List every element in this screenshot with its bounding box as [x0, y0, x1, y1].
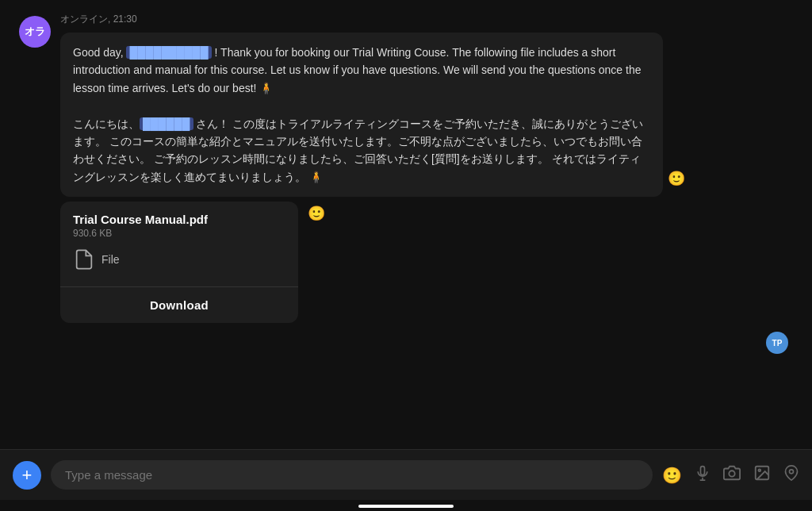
home-indicator [358, 505, 454, 508]
greeting-text: Good day, [73, 46, 124, 59]
microphone-icon[interactable] [695, 465, 710, 485]
input-icons: 🙂 [662, 464, 799, 486]
svg-point-5 [758, 469, 760, 471]
file-size: 930.6 KB [73, 228, 285, 239]
message-bubble-main: Good day, ██████████ ! Thank you for boo… [60, 33, 663, 197]
highlighted-name-ja: ██████ [140, 117, 193, 130]
highlighted-name-en: ██████████ [126, 46, 211, 59]
image-icon[interactable] [753, 464, 771, 486]
messages-area: オラ オンライン, 21:30 Good day, ██████████ ! T… [0, 0, 812, 449]
download-button[interactable]: Download [60, 287, 298, 323]
file-name: Trial Course Manual.pdf [73, 213, 285, 226]
file-document-icon [73, 248, 95, 271]
message-input[interactable] [51, 460, 653, 490]
input-bar: + 🙂 [0, 449, 812, 500]
svg-rect-0 [701, 467, 705, 475]
add-button[interactable]: + [13, 461, 41, 490]
remote-user-avatar: TP [766, 332, 788, 354]
file-info: Trial Course Manual.pdf 930.6 KB File [60, 202, 298, 286]
message-row-main: オラ オンライン, 21:30 Good day, ██████████ ! T… [19, 13, 793, 323]
file-icon-row: File [73, 248, 285, 279]
chat-container: オラ オンライン, 21:30 Good day, ██████████ ! T… [0, 0, 812, 511]
message-content-col: オンライン, 21:30 Good day, ██████████ ! Than… [60, 13, 663, 323]
location-icon[interactable] [783, 465, 799, 485]
camera-icon[interactable] [723, 464, 741, 486]
sender-avatar: オラ [19, 16, 51, 48]
message-meta: オンライン, 21:30 [60, 13, 663, 26]
file-label-text: File [102, 253, 120, 266]
greeting-ja: こんにちは、 [73, 117, 140, 130]
file-attachment: Trial Course Manual.pdf 930.6 KB File [60, 202, 298, 323]
svg-point-3 [729, 471, 734, 476]
svg-point-6 [790, 470, 794, 474]
reaction-emoji-2: 🙂 [308, 205, 325, 222]
reaction-emoji-1: 🙂 [668, 167, 685, 190]
emoji-icon[interactable]: 🙂 [662, 466, 682, 485]
